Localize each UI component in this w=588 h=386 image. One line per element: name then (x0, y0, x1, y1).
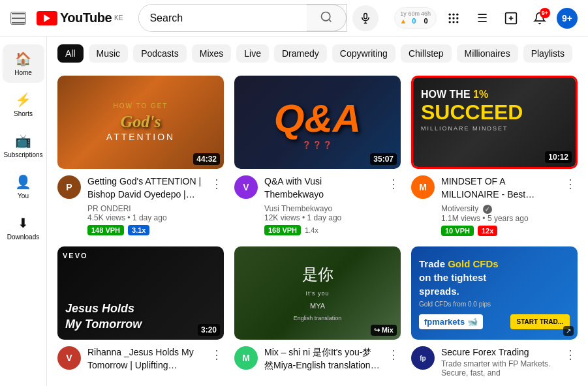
duration-badge-2: 35:07 (370, 153, 397, 165)
svg-point-4 (456, 13, 458, 15)
sidebar-item-downloads[interactable]: ⬇ Downloads (3, 209, 44, 247)
notif-item-1y: 1y ▲ (400, 10, 407, 26)
video-meta-2: 12K views • 1 day ago (264, 213, 380, 222)
channel-avatar-4: V (57, 346, 81, 370)
svg-point-9 (452, 21, 454, 23)
video-details-1: Getting God's ATTENTION | Bishop David O… (87, 175, 203, 235)
channel-avatar-5: M (234, 346, 258, 370)
create-button[interactable] (499, 7, 523, 30)
video-menu-5[interactable]: ⋮ (386, 346, 401, 363)
search-input[interactable] (139, 5, 306, 31)
video-menu-6[interactable]: ⋮ (563, 346, 578, 363)
filter-chip-all[interactable]: All (57, 44, 84, 63)
search-button[interactable] (307, 5, 347, 31)
svg-point-2 (449, 13, 451, 15)
header-right: 1y ▲ 60m 0 46h 0 ☰ 9+ 9+ (394, 7, 578, 30)
sidebar: 🏠 Home ⚡ Shorts 📺 Subscriptions 👤 You ⬇ … (0, 37, 47, 386)
video-card-2[interactable]: Q&A ❓❓❓ 35:07 V Q&A with Vusi Thembekway… (234, 76, 401, 236)
svg-point-5 (449, 17, 451, 19)
video-card-6[interactable]: Trade Gold CFDson the tightestspreads. G… (411, 246, 578, 378)
main-content: All Music Podcasts Mixes Live Dramedy Co… (47, 37, 588, 386)
hamburger-button[interactable] (10, 12, 26, 25)
video-details-5: Mix – shi ni 是你It's you-梦然Miya-English t… (264, 346, 380, 372)
duration-badge-4: 3:20 (198, 324, 220, 336)
svg-point-0 (321, 12, 330, 21)
video-menu-3[interactable]: ⋮ (563, 175, 578, 192)
duration-badge-1: 44:32 (193, 153, 220, 165)
thumbnail-6: Trade Gold CFDson the tightestspreads. G… (411, 246, 578, 340)
video-menu-4[interactable]: ⋮ (209, 346, 224, 363)
filter-chip-chillstep[interactable]: Chillstep (401, 44, 452, 63)
downloads-icon: ⬇ (18, 215, 29, 231)
filter-chip-playlists[interactable]: Playlists (523, 44, 572, 63)
video-meta-3: 1.1M views • 5 years ago (441, 214, 557, 223)
layout: 🏠 Home ⚡ Shorts 📺 Subscriptions 👤 You ⬇ … (0, 37, 588, 386)
video-title-4: Rihanna _Jesus Holds My Tomorrow | Uplif… (87, 346, 203, 372)
search-box (138, 4, 347, 32)
video-info-3: M MINDSET OF A MILLIONAIRE - Best Motiva… (411, 175, 578, 235)
search-area (138, 4, 378, 32)
filter-chip-millionaires[interactable]: Millionaires (457, 44, 518, 63)
avatar-initial: 9+ (562, 13, 572, 23)
thumbnail-3: HOW THE 1% SUCCEED MILLIONARE MINDSET 10… (411, 76, 578, 169)
apps-icon (447, 12, 460, 25)
thumbnail-2: Q&A ❓❓❓ 35:07 (234, 76, 401, 169)
youtube-logo[interactable]: YouTubeKE (37, 10, 123, 25)
badge-mult-2: 1.4x (305, 226, 318, 234)
create-icon (504, 12, 518, 25)
video-title-1: Getting God's ATTENTION | Bishop David O… (87, 175, 203, 201)
channel-name-3: Motiversity ✓ (441, 204, 557, 214)
video-menu-1[interactable]: ⋮ (209, 175, 224, 192)
video-title-2: Q&A with Vusi Thembekwayo (264, 175, 380, 201)
notif-item-60m: 60m 0 (408, 10, 420, 26)
badge-row-3: 10 VPH 12x (441, 226, 557, 236)
svg-point-10 (456, 21, 458, 23)
sidebar-item-shorts[interactable]: ⚡ Shorts (3, 85, 44, 124)
video-title-3: MINDSET OF A MILLIONAIRE - Best Motivati… (441, 175, 557, 201)
ad-label: ↗ (563, 326, 574, 336)
mic-button[interactable] (352, 5, 379, 31)
filter-chip-podcasts[interactable]: Podcasts (133, 44, 187, 63)
filter-bar: All Music Podcasts Mixes Live Dramedy Co… (57, 37, 578, 70)
notification-group: 1y ▲ 60m 0 46h 0 (394, 7, 437, 29)
youtube-logo-icon (37, 11, 57, 25)
filter-chip-music[interactable]: Music (89, 44, 129, 63)
video-card-3[interactable]: HOW THE 1% SUCCEED MILLIONARE MINDSET 10… (411, 76, 578, 236)
filter-chip-live[interactable]: Live (236, 44, 269, 63)
video-info-2: V Q&A with Vusi Thembekwayo Vusi Thembek… (234, 175, 401, 235)
notif-item-46h: 46h 0 (421, 10, 431, 26)
apps-button[interactable] (442, 7, 465, 30)
badge-row-1: 148 VPH 3.1x (87, 225, 203, 235)
video-details-2: Q&A with Vusi Thembekwayo Vusi Thembekwa… (264, 175, 380, 235)
notification-badge: 9+ (540, 8, 550, 18)
subscriptions-icon: 📺 (15, 133, 31, 149)
video-info-6: fp Secure Forex Trading Trade smarter wi… (411, 346, 578, 378)
sidebar-item-subscriptions[interactable]: 📺 Subscriptions (3, 126, 44, 165)
video-details-6: Secure Forex Trading Trade smarter with … (441, 346, 557, 378)
menu-button[interactable]: ☰ (471, 7, 494, 30)
verified-icon-3: ✓ (483, 205, 492, 214)
badge-vph-2: 168 VPH (264, 225, 301, 235)
sidebar-item-home[interactable]: 🏠 Home (3, 44, 44, 83)
search-icon (320, 10, 333, 23)
channel-avatar-3: M (411, 175, 435, 199)
video-info-4: V Rihanna _Jesus Holds My Tomorrow | Upl… (57, 346, 224, 372)
filter-chip-copywriting[interactable]: Copywriting (332, 44, 395, 63)
thumbnail-1: HOW TO GET God's ATTENTION 44:32 (57, 76, 224, 169)
channel-avatar-6: fp (411, 346, 435, 370)
video-menu-2[interactable]: ⋮ (386, 175, 401, 192)
notifications-button[interactable]: 9+ (528, 7, 551, 30)
video-info-5: M Mix – shi ni 是你It's you-梦然Miya-English… (234, 346, 401, 372)
filter-chip-dramedy[interactable]: Dramedy (274, 44, 327, 63)
account-button[interactable]: 9+ (557, 8, 578, 29)
filter-chip-mixes[interactable]: Mixes (192, 44, 232, 63)
thumbnail-5: 是你 It's you MYA English translation ↪ Mi… (234, 246, 401, 340)
channel-avatar-1: P (57, 175, 81, 199)
video-card-1[interactable]: HOW TO GET God's ATTENTION 44:32 P Getti… (57, 76, 224, 236)
duration-badge-3: 10:12 (545, 151, 572, 163)
sidebar-item-you[interactable]: 👤 You (3, 168, 44, 206)
badge-row-2: 168 VPH 1.4x (264, 225, 380, 235)
home-icon: 🏠 (15, 51, 31, 67)
video-card-5[interactable]: 是你 It's you MYA English translation ↪ Mi… (234, 246, 401, 378)
video-card-4[interactable]: VEVO Jesus HoldsMy Tomorrow 3:20 V Rihan… (57, 246, 224, 378)
